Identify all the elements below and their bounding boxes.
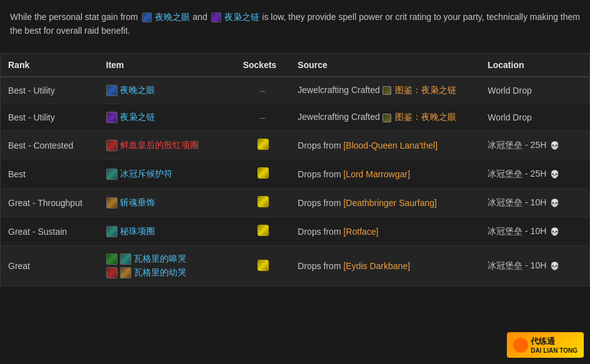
item-link[interactable]: 冰冠斥候护符 bbox=[120, 169, 172, 179]
location-text: 冰冠堡垒 - 10H 💀 bbox=[488, 260, 559, 270]
item-link[interactable]: 秘珠项圈 bbox=[120, 226, 155, 236]
table-row: Great瓦格里的嗥哭瓦格里的幼哭Drops from [Eydis Darkb… bbox=[1, 246, 590, 287]
item-icon bbox=[106, 197, 118, 209]
socket-cell bbox=[236, 189, 291, 217]
source-cell: Drops from [Lord Marrowgar] bbox=[290, 160, 480, 189]
item-icon-4 bbox=[120, 267, 131, 278]
location-cell: World Drop bbox=[480, 104, 589, 131]
location-text: World Drop bbox=[488, 112, 532, 122]
table-row: Best - Contested鲜血皇后的殷红项圈Drops from [Blo… bbox=[1, 131, 590, 160]
item-icon bbox=[106, 85, 118, 96]
item-icon-3 bbox=[106, 267, 118, 278]
socket-yellow-icon bbox=[258, 225, 269, 236]
location-cell: 冰冠堡垒 - 25H 💀 bbox=[480, 131, 589, 160]
skull-icon: 💀 bbox=[550, 170, 559, 179]
socket-yellow-icon bbox=[258, 167, 269, 179]
source-prefix: Jewelcrafting Crafted bbox=[298, 85, 382, 95]
item2-icon bbox=[211, 12, 221, 22]
source-link[interactable]: [Blood-Queen Lana'thel] bbox=[343, 140, 438, 150]
intro-paragraph: While the personal stat gain from 夜晚之眼 a… bbox=[0, 0, 590, 53]
col-header-location: Location bbox=[480, 53, 589, 77]
col-header-sockets: Sockets bbox=[236, 53, 291, 77]
item-cell: 秘珠项圈 bbox=[99, 217, 236, 246]
rank-cell: Great - Throughput bbox=[1, 189, 99, 217]
source-link[interactable]: [Lord Marrowgar] bbox=[343, 169, 410, 179]
rank-cell: Great - Sustain bbox=[1, 217, 99, 246]
item-icon bbox=[106, 253, 118, 265]
location-text: 冰冠堡垒 - 10H 💀 bbox=[488, 226, 559, 236]
item-cell: 瓦格里的嗥哭瓦格里的幼哭 bbox=[99, 246, 236, 287]
item-link[interactable]: 夜晚之眼 bbox=[120, 85, 155, 95]
location-text: 冰冠堡垒 - 25H 💀 bbox=[488, 169, 559, 179]
item-cell: 鲜血皇后的殷红项圈 bbox=[99, 131, 236, 160]
skull-icon: 💀 bbox=[550, 199, 559, 207]
item-link-2[interactable]: 瓦格里的幼哭 bbox=[134, 267, 186, 278]
location-text: World Drop bbox=[488, 86, 532, 96]
rank-cell: Best - Utility bbox=[1, 77, 99, 104]
socket-cell: – bbox=[236, 77, 291, 104]
source-link[interactable]: 图鉴：夜枭之链 bbox=[395, 85, 456, 95]
source-prefix: Drops from bbox=[298, 227, 343, 237]
location-cell: 冰冠堡垒 - 10H 💀 bbox=[480, 217, 589, 246]
item1-link[interactable]: 夜晚之眼 bbox=[155, 12, 190, 22]
socket-cell: – bbox=[236, 104, 291, 131]
item-link[interactable]: 瓦格里的嗥哭 bbox=[134, 253, 186, 265]
item-cell: 斩魂垂饰 bbox=[99, 189, 236, 217]
item-icon bbox=[106, 226, 118, 237]
craft-icon bbox=[382, 86, 391, 95]
table-header-row: Rank Item Sockets Source Location bbox=[1, 53, 590, 77]
socket-cell bbox=[236, 131, 291, 160]
source-prefix: Drops from bbox=[298, 169, 343, 179]
table-row: Great - Sustain秘珠项圈Drops from [Rotface]冰… bbox=[1, 217, 590, 246]
rank-cell: Best - Utility bbox=[1, 104, 99, 131]
source-cell: Jewelcrafting Crafted 图鉴：夜晚之眼 bbox=[290, 104, 480, 131]
location-cell: 冰冠堡垒 - 25H 💀 bbox=[480, 160, 589, 189]
item-icon bbox=[106, 169, 118, 180]
skull-icon: 💀 bbox=[550, 262, 559, 270]
col-header-rank: Rank bbox=[1, 53, 99, 77]
socket-cell bbox=[236, 217, 291, 246]
item-link[interactable]: 鲜血皇后的殷红项圈 bbox=[120, 140, 199, 150]
source-prefix: Drops from bbox=[298, 198, 343, 208]
socket-yellow-icon bbox=[258, 139, 269, 150]
craft-icon bbox=[382, 114, 391, 122]
items-table: Rank Item Sockets Source Location Best -… bbox=[0, 53, 590, 287]
source-link[interactable]: 图鉴：夜晚之眼 bbox=[395, 112, 456, 122]
item-icon bbox=[106, 112, 118, 123]
rank-cell: Best - Contested bbox=[1, 131, 99, 160]
source-cell: Drops from [Eydis Darkbane] bbox=[290, 246, 480, 287]
socket-yellow-icon bbox=[258, 196, 269, 207]
item-cell: 冰冠斥候护符 bbox=[99, 160, 236, 189]
item-cell: 夜晚之眼 bbox=[99, 77, 236, 104]
source-link[interactable]: [Deathbringer Saurfang] bbox=[343, 198, 436, 208]
table-row: Best冰冠斥候护符Drops from [Lord Marrowgar]冰冠堡… bbox=[1, 160, 590, 189]
location-text: 冰冠堡垒 - 25H 💀 bbox=[488, 140, 559, 150]
intro-text-before: While the personal stat gain from bbox=[10, 12, 141, 22]
item1-icon bbox=[142, 12, 152, 22]
rank-cell: Best bbox=[1, 160, 99, 189]
item-link[interactable]: 夜枭之链 bbox=[120, 112, 155, 122]
item-link[interactable]: 斩魂垂饰 bbox=[120, 197, 155, 207]
skull-icon: 💀 bbox=[550, 141, 559, 150]
source-link[interactable]: [Rotface] bbox=[343, 227, 378, 237]
location-cell: 冰冠堡垒 - 10H 💀 bbox=[480, 246, 589, 287]
location-text: 冰冠堡垒 - 10H 💀 bbox=[488, 197, 559, 207]
table-row: Best - Utility夜枭之链–Jewelcrafting Crafted… bbox=[1, 104, 590, 131]
source-cell: Drops from [Deathbringer Saurfang] bbox=[290, 189, 480, 217]
item-icon bbox=[106, 140, 118, 151]
source-link[interactable]: [Eydis Darkbane] bbox=[343, 261, 410, 271]
source-cell: Drops from [Rotface] bbox=[290, 217, 480, 246]
skull-icon: 💀 bbox=[550, 227, 559, 236]
source-cell: Drops from [Blood-Queen Lana'thel] bbox=[290, 131, 480, 160]
source-prefix: Jewelcrafting Crafted bbox=[298, 112, 382, 122]
socket-cell bbox=[236, 246, 291, 287]
source-cell: Jewelcrafting Crafted 图鉴：夜枭之链 bbox=[290, 77, 480, 104]
item-icon-2 bbox=[120, 253, 131, 265]
socket-yellow-icon bbox=[258, 260, 269, 271]
item2-link[interactable]: 夜枭之链 bbox=[224, 12, 259, 22]
socket-cell bbox=[236, 160, 291, 189]
source-prefix: Drops from bbox=[298, 261, 343, 271]
location-cell: World Drop bbox=[480, 77, 589, 104]
col-header-item: Item bbox=[99, 53, 236, 77]
rank-cell: Great bbox=[1, 246, 99, 287]
